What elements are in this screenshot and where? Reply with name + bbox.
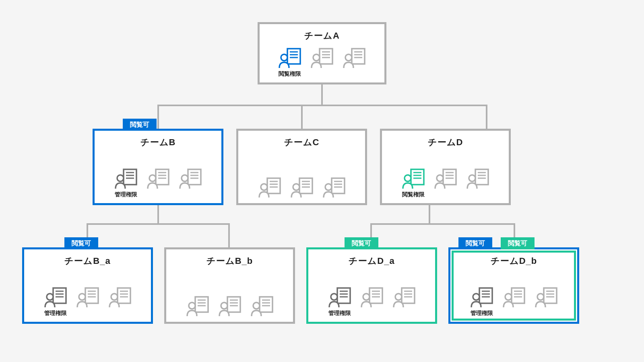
- svg-point-119: [537, 294, 544, 300]
- node-icons: [238, 177, 365, 198]
- node-title: チームD_b: [450, 255, 577, 267]
- node-team-b-a: 閲覧可 チームB_a 管理権限: [22, 247, 153, 324]
- node-title: チームB: [95, 136, 221, 148]
- icon-col: 閲覧権限: [278, 47, 302, 78]
- user-doc-icon: [186, 295, 210, 317]
- svg-rect-0: [287, 49, 300, 64]
- user-doc-icon: [502, 286, 526, 308]
- svg-rect-100: [402, 288, 415, 303]
- connector: [157, 105, 159, 129]
- node-icons: 管理権限: [450, 286, 577, 317]
- node-team-b-b: チームB_b: [164, 247, 295, 324]
- icon-col: [322, 177, 346, 198]
- svg-rect-5: [320, 49, 332, 64]
- svg-rect-15: [124, 169, 136, 185]
- badge-view: 閲覧可: [501, 237, 535, 249]
- icon-col: [146, 168, 170, 198]
- user-doc-icon: [470, 286, 494, 308]
- svg-rect-20: [156, 169, 169, 185]
- icon-col: [76, 286, 100, 317]
- user-doc-icon: [114, 168, 138, 189]
- node-icons: 管理権限: [24, 286, 151, 317]
- node-icons: 管理権限: [95, 168, 221, 198]
- node-title: チームC: [238, 136, 365, 148]
- svg-rect-50: [443, 169, 456, 185]
- node-team-d-a: 閲覧可 チームD_a 管理権限: [306, 247, 437, 324]
- user-doc-icon: [466, 168, 490, 189]
- badge-view: 閲覧可: [345, 237, 378, 249]
- svg-rect-95: [369, 288, 382, 303]
- node-title: チームA: [260, 30, 384, 42]
- svg-point-69: [79, 294, 85, 300]
- svg-rect-40: [332, 178, 345, 193]
- connector: [486, 105, 487, 129]
- connector: [157, 105, 487, 106]
- connector: [228, 223, 230, 247]
- icon-col: [392, 286, 416, 317]
- icon-col: [186, 295, 210, 317]
- icon-col: [433, 168, 458, 198]
- icon-col: 閲覧権限: [401, 168, 425, 198]
- user-doc-icon: [433, 168, 458, 189]
- icon-col: [108, 286, 132, 317]
- svg-point-109: [473, 294, 479, 300]
- user-doc-icon: [310, 47, 334, 69]
- diagram-stage: チームA 閲覧権限 閲覧可 チームB 管理権限: [0, 0, 644, 362]
- icon-col: [218, 295, 242, 317]
- svg-point-94: [331, 294, 337, 300]
- permission-caption: 閲覧権限: [402, 191, 425, 198]
- user-doc-icon: [76, 286, 100, 308]
- node-title: チームB_a: [24, 255, 151, 267]
- connector: [87, 223, 230, 225]
- svg-rect-110: [512, 288, 524, 303]
- node-icons: [166, 295, 293, 317]
- user-doc-icon: [290, 177, 314, 198]
- svg-point-114: [505, 294, 512, 300]
- svg-rect-10: [352, 49, 365, 64]
- node-title: チームD_a: [308, 255, 435, 267]
- svg-point-14: [345, 54, 352, 61]
- connector: [321, 84, 323, 105]
- svg-rect-25: [188, 169, 201, 185]
- icon-col: [310, 47, 334, 78]
- user-doc-icon: [178, 168, 202, 189]
- icon-col: [466, 168, 490, 198]
- icon-col: [178, 168, 202, 198]
- connector: [301, 105, 303, 129]
- svg-point-64: [47, 294, 53, 300]
- node-team-a: チームA 閲覧権限: [258, 22, 386, 84]
- svg-point-104: [395, 294, 402, 300]
- permission-caption: 管理権限: [44, 310, 67, 317]
- node-icons: 閲覧権限: [382, 168, 509, 198]
- user-doc-icon: [250, 295, 274, 317]
- connector: [157, 205, 159, 223]
- badge-view: 閲覧可: [458, 237, 492, 249]
- connector: [429, 205, 430, 223]
- svg-rect-75: [195, 297, 208, 312]
- user-doc-icon: [258, 177, 282, 198]
- node-team-b: 閲覧可 チームB 管理権限: [93, 129, 223, 205]
- icon-col: [534, 286, 558, 317]
- badge-view: 閲覧可: [123, 119, 157, 131]
- icon-col: [360, 286, 384, 317]
- node-title: チームD: [382, 136, 509, 148]
- permission-caption: 管理権限: [115, 191, 137, 198]
- node-team-d-b: 閲覧可 閲覧可 チームD_b 管理権限: [448, 247, 579, 324]
- user-doc-icon: [322, 177, 346, 198]
- user-doc-icon: [328, 286, 352, 308]
- user-doc-icon: [108, 286, 132, 308]
- icon-col: [502, 286, 526, 317]
- user-doc-icon: [43, 286, 68, 308]
- svg-rect-45: [411, 169, 424, 185]
- svg-point-89: [253, 302, 260, 309]
- node-team-d: チームD 閲覧権限: [380, 129, 511, 205]
- user-doc-icon: [401, 168, 425, 189]
- svg-point-9: [313, 54, 320, 61]
- permission-caption: 閲覧権限: [279, 70, 301, 78]
- connector: [370, 223, 515, 225]
- user-doc-icon: [360, 286, 384, 308]
- svg-rect-105: [479, 288, 492, 303]
- svg-point-54: [437, 175, 443, 181]
- svg-point-34: [261, 184, 267, 190]
- icon-col: [342, 47, 366, 78]
